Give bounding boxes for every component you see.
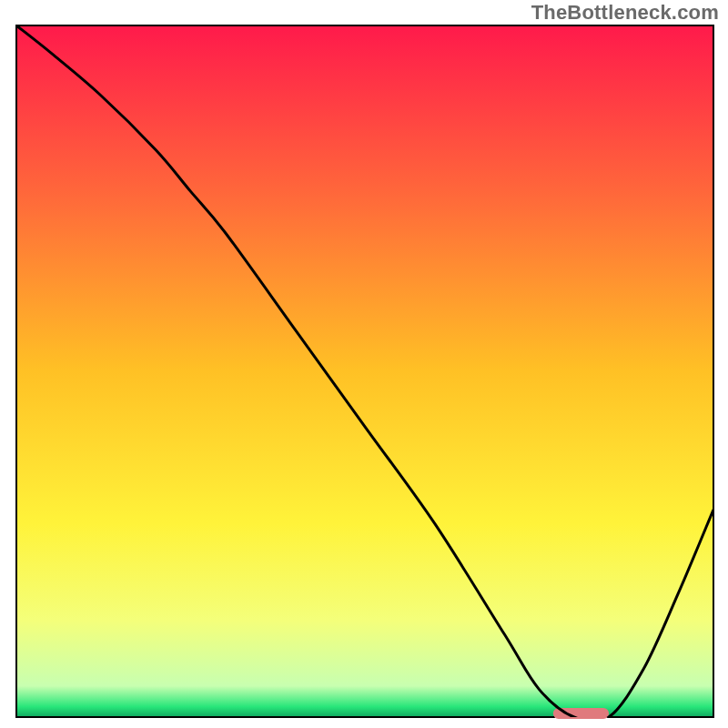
chart-stage: TheBottleneck.com (0, 0, 728, 728)
gradient-background (16, 25, 713, 717)
bottleneck-chart (0, 0, 728, 728)
